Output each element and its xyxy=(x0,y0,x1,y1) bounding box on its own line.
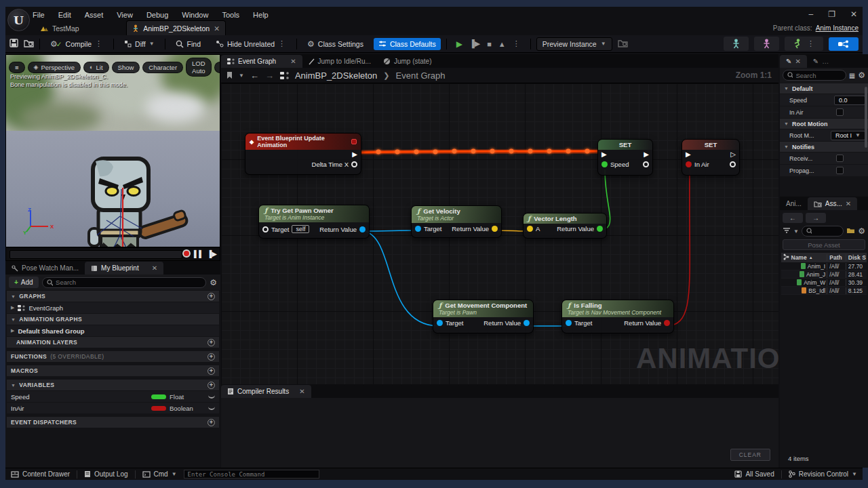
minimize-icon[interactable]: – xyxy=(808,9,813,19)
skeletal-mesh-button[interactable] xyxy=(754,37,779,51)
variable-row-speed[interactable]: Speed Float xyxy=(7,391,219,402)
find-button[interactable]: Find xyxy=(171,38,205,50)
parent-class-link[interactable]: Anim Instance xyxy=(816,24,859,32)
event-graph-canvas[interactable]: ANIMATION ◆ xyxy=(221,83,778,384)
filter-icon[interactable] xyxy=(783,227,791,235)
menu-file[interactable]: File xyxy=(33,11,45,19)
skeleton-button[interactable] xyxy=(724,37,749,51)
tab-preview-details[interactable]: ✎… xyxy=(807,55,835,68)
tab-testmap[interactable]: TestMap xyxy=(35,21,85,36)
content-drawer-button[interactable]: Content Drawer xyxy=(11,470,70,478)
return-value-pin[interactable] xyxy=(359,226,366,232)
class-settings-button[interactable]: ⚙ Class Settings xyxy=(302,37,368,51)
add-macro-icon[interactable]: + xyxy=(208,367,215,375)
add-layer-icon[interactable]: + xyxy=(208,339,215,346)
graphs-header[interactable]: ▼GRAPHS+ xyxy=(7,291,219,302)
pause-icon[interactable]: ▌▌ xyxy=(194,250,203,258)
a-pin[interactable] xyxy=(527,226,533,232)
animation-graphs-header[interactable]: ▼ANIMATION GRAPHS xyxy=(7,314,219,325)
search-input[interactable] xyxy=(56,279,201,286)
eject-icon[interactable]: ▲ xyxy=(498,40,506,48)
tab-details[interactable]: ✎✕ xyxy=(780,55,807,68)
visibility-icon[interactable] xyxy=(208,407,215,410)
compile-options-icon[interactable]: ⋮ xyxy=(95,39,103,48)
macros-header[interactable]: MACROS+ xyxy=(7,365,219,376)
play-options-icon[interactable]: ⋮ xyxy=(513,39,521,48)
search-input[interactable] xyxy=(795,72,841,79)
save-icon[interactable] xyxy=(9,39,18,49)
back-arrow-icon[interactable]: ← xyxy=(250,70,259,81)
clear-button[interactable]: CLEAR xyxy=(730,449,770,461)
menu-tools[interactable]: Tools xyxy=(222,11,239,19)
add-button[interactable]: +Add xyxy=(9,277,39,288)
node-event-blueprint-update-animation[interactable]: ◆ Event Blueprint Update Animation ▶ Del… xyxy=(245,133,361,175)
return-value-pin[interactable] xyxy=(664,320,670,326)
display-filter-icon[interactable]: ▦ xyxy=(849,72,855,79)
perspective-dropdown[interactable]: ◈Perspective xyxy=(28,62,81,73)
animation-mode-options-icon[interactable]: ⋮ xyxy=(807,39,815,48)
lod-dropdown[interactable]: LOD Auto xyxy=(186,58,212,77)
node-enabled-indicator[interactable] xyxy=(351,139,357,144)
tab-event-graph[interactable]: Event Graph ✕ xyxy=(221,55,302,68)
breadcrumb-root[interactable]: AnimBP_2DSkeleton xyxy=(295,70,377,81)
tab-compiler-results[interactable]: Compiler Results ✕ xyxy=(221,385,311,398)
details-default-header[interactable]: ▼Default xyxy=(780,83,868,94)
close-tab-icon[interactable]: ✕ xyxy=(152,264,157,272)
asset-row[interactable]: BS_Idl /All/8.125 xyxy=(781,287,867,295)
menu-window[interactable]: Window xyxy=(182,11,208,19)
return-value-pin[interactable] xyxy=(597,226,603,232)
viewport-menu-button[interactable]: ≡ xyxy=(9,62,25,73)
hide-unrelated-options-icon[interactable]: ⋮ xyxy=(278,39,286,48)
menu-view[interactable]: View xyxy=(117,11,133,19)
functions-header[interactable]: FUNCTIONS(5 OVERRIDABLE)+ xyxy=(7,351,219,362)
asset-search[interactable] xyxy=(802,226,844,237)
target-value[interactable]: self xyxy=(292,225,309,233)
target-pin[interactable] xyxy=(437,320,443,326)
target-pin[interactable] xyxy=(262,226,269,232)
asset-row[interactable]: Anim_J /All/28.41 xyxy=(781,270,867,279)
cmd-dropdown[interactable]: Cmd▼ xyxy=(142,470,177,478)
tab-anim-preview[interactable]: Ani... xyxy=(780,197,808,210)
asset-row[interactable]: Anim_W /All/30.39 xyxy=(781,279,867,287)
tab-pose-watch-manager[interactable]: Pose Watch Man... xyxy=(5,262,85,274)
event-dispatchers-header[interactable]: EVENT DISPATCHERS+ xyxy=(7,417,219,428)
exec-in-pin[interactable]: ▶ xyxy=(601,151,607,158)
target-pin[interactable] xyxy=(415,226,421,232)
diff-button[interactable]: Diff▼ xyxy=(119,38,159,50)
eventgraph-item[interactable]: ▶ EventGraph xyxy=(7,302,219,313)
record-icon[interactable] xyxy=(182,249,191,258)
speed-output-pin[interactable] xyxy=(643,161,649,167)
all-saved-status[interactable]: All Saved xyxy=(734,470,774,478)
unreal-logo-icon[interactable]: U xyxy=(7,9,30,31)
menu-edit[interactable]: Edit xyxy=(58,11,71,19)
menu-asset[interactable]: Asset xyxy=(85,11,104,19)
frame-skip-icon[interactable]: ▐▶ xyxy=(469,39,480,48)
tab-jump-state[interactable]: Jump (state) xyxy=(377,55,438,68)
breadcrumb-leaf[interactable]: Event Graph xyxy=(396,70,446,81)
hide-unrelated-button[interactable]: Hide Unrelated⋮ xyxy=(211,37,291,50)
close-tab-icon[interactable]: ✕ xyxy=(299,388,304,395)
inair-output-pin[interactable] xyxy=(730,161,736,167)
add-graph-icon[interactable]: + xyxy=(208,293,215,300)
lit-dropdown[interactable]: ◐Lit xyxy=(83,62,108,73)
add-function-icon[interactable]: + xyxy=(208,353,215,361)
asset-row[interactable]: Anim_I /All/27.70 xyxy=(781,262,867,270)
inair-input-pin[interactable] xyxy=(686,161,692,167)
return-value-pin[interactable] xyxy=(492,226,498,232)
delta-time-pin[interactable] xyxy=(351,161,357,167)
revision-control-button[interactable]: Revision Control▼ xyxy=(789,470,857,478)
node-vector-length[interactable]: ƒVector Length A Return Value xyxy=(523,213,607,239)
variables-header[interactable]: ▼VARIABLES+ xyxy=(7,380,219,390)
add-variable-icon[interactable]: + xyxy=(208,382,215,389)
forward-arrow-icon[interactable]: → xyxy=(806,213,826,223)
close-tab-icon[interactable]: ✕ xyxy=(214,24,220,33)
timeline-scrub-bar[interactable] xyxy=(9,250,182,259)
menu-help[interactable]: Help xyxy=(253,11,269,19)
character-dropdown[interactable]: Character xyxy=(142,62,183,73)
close-icon[interactable]: ✕ xyxy=(850,9,857,19)
close-tab-icon[interactable]: ✕ xyxy=(290,58,296,65)
default-shared-group-item[interactable]: ▶Default Shared Group xyxy=(7,325,219,336)
exec-out-pin[interactable]: ▶ xyxy=(352,151,357,158)
tab-jump-to-idle[interactable]: Jump to Idle/Ru... xyxy=(302,55,377,68)
chevron-down-icon[interactable]: ▼ xyxy=(239,73,244,79)
